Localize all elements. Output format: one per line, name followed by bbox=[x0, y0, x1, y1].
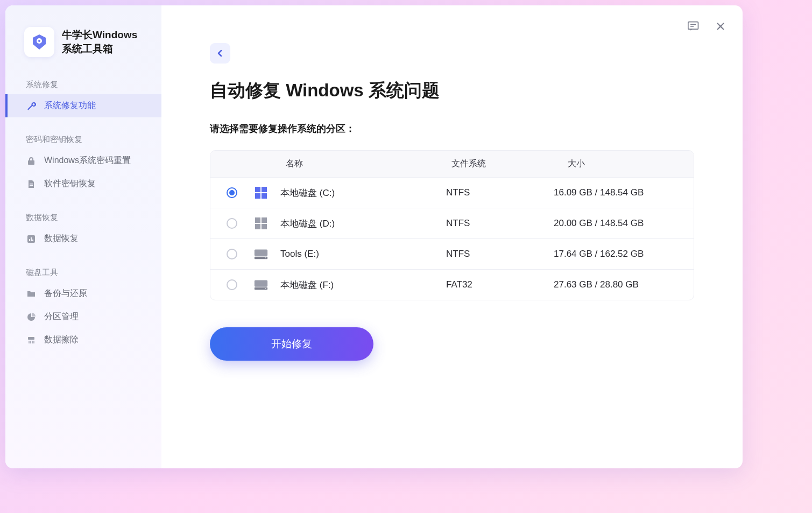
sidebar-item-datarec[interactable]: 数据恢复 bbox=[5, 227, 161, 250]
partition-name: 本地磁盘 (F:) bbox=[280, 279, 446, 291]
sidebar-item-sysrepair[interactable]: 系统修复功能 bbox=[5, 94, 161, 117]
nav-section-label: 系统修复 bbox=[5, 73, 161, 94]
sidebar-item-label: 备份与还原 bbox=[44, 288, 87, 299]
sidebar-item-label: 软件密钥恢复 bbox=[44, 178, 96, 189]
partition-name: 本地磁盘 (C:) bbox=[280, 187, 446, 199]
table-row[interactable]: 本地磁盘 (D:)NTFS20.00 GB / 148.54 GB bbox=[210, 208, 694, 238]
svg-point-32 bbox=[265, 288, 266, 289]
partition-radio[interactable] bbox=[227, 218, 237, 229]
shred-icon bbox=[26, 335, 37, 346]
svg-rect-25 bbox=[255, 224, 260, 229]
partition-name: 本地磁盘 (D:) bbox=[280, 217, 446, 230]
partition-radio[interactable] bbox=[227, 279, 237, 290]
svg-rect-30 bbox=[255, 280, 267, 287]
file-icon bbox=[26, 179, 37, 189]
th-fs: 文件系统 bbox=[446, 158, 554, 170]
svg-rect-26 bbox=[262, 224, 267, 229]
partition-size: 20.00 GB / 148.54 GB bbox=[554, 218, 677, 229]
chart-icon bbox=[26, 234, 37, 244]
partition-name: Tools (E:) bbox=[280, 249, 446, 259]
nav-section-label: 数据恢复 bbox=[5, 206, 161, 227]
svg-rect-22 bbox=[262, 193, 267, 199]
svg-rect-6 bbox=[29, 239, 30, 241]
sidebar-item-backup[interactable]: 备份与还原 bbox=[5, 282, 161, 305]
page-title: 自动修复 Windows 系统问题 bbox=[210, 79, 694, 103]
lock-icon bbox=[26, 156, 37, 166]
partition-size: 16.09 GB / 148.54 GB bbox=[554, 187, 677, 198]
svg-rect-20 bbox=[262, 187, 267, 192]
partition-fs: NTFS bbox=[446, 187, 554, 198]
feedback-icon[interactable] bbox=[688, 20, 700, 32]
svg-rect-4 bbox=[30, 185, 33, 186]
partition-fs: NTFS bbox=[446, 249, 554, 259]
main-content: 自动修复 Windows 系统问题 请选择需要修复操作系统的分区： 名称 文件系… bbox=[161, 5, 743, 468]
app-logo-icon bbox=[24, 27, 54, 57]
svg-point-1 bbox=[38, 40, 40, 42]
svg-rect-9 bbox=[28, 337, 34, 340]
partition-size: 17.64 GB / 162.52 GB bbox=[554, 249, 677, 259]
page-subtitle: 请选择需要修复操作系统的分区： bbox=[210, 122, 694, 135]
sidebar-item-label: 数据恢复 bbox=[44, 233, 79, 244]
nav-section-label: 密码和密钥恢复 bbox=[5, 128, 161, 149]
pie-icon bbox=[26, 312, 37, 322]
table-row[interactable]: 本地磁盘 (C:)NTFS16.09 GB / 148.54 GB bbox=[210, 177, 694, 208]
nav-section-label: 磁盘工具 bbox=[5, 261, 161, 282]
svg-rect-19 bbox=[255, 187, 260, 192]
back-button[interactable] bbox=[210, 43, 230, 64]
windows-disk-icon bbox=[253, 185, 269, 200]
table-row[interactable]: Tools (E:)NTFS17.64 GB / 162.52 GB bbox=[210, 238, 694, 269]
svg-rect-21 bbox=[255, 193, 260, 199]
app-window: 牛学长Windows系统工具箱 系统修复系统修复功能密码和密钥恢复Windows… bbox=[5, 5, 743, 468]
start-repair-label: 开始修复 bbox=[271, 337, 312, 351]
svg-rect-2 bbox=[28, 160, 34, 165]
svg-rect-8 bbox=[32, 240, 33, 241]
sidebar-item-label: Windows系统密码重置 bbox=[44, 155, 131, 166]
partition-size: 27.63 GB / 28.80 GB bbox=[554, 279, 677, 290]
sidebar-item-label: 分区管理 bbox=[44, 311, 79, 322]
th-size: 大小 bbox=[554, 158, 677, 170]
partition-radio[interactable] bbox=[227, 249, 237, 259]
sidebar-item-label: 数据擦除 bbox=[44, 334, 79, 346]
svg-rect-14 bbox=[688, 22, 698, 30]
svg-rect-27 bbox=[255, 250, 267, 256]
svg-rect-7 bbox=[31, 237, 32, 241]
wrench-icon bbox=[26, 101, 37, 111]
table-header: 名称 文件系统 大小 bbox=[210, 151, 694, 177]
hard-drive-icon bbox=[253, 277, 269, 292]
partition-fs: FAT32 bbox=[446, 279, 554, 290]
sidebar: 牛学长Windows系统工具箱 系统修复系统修复功能密码和密钥恢复Windows… bbox=[5, 5, 161, 468]
sidebar-item-partition[interactable]: 分区管理 bbox=[5, 305, 161, 328]
svg-rect-23 bbox=[255, 217, 260, 223]
close-icon[interactable] bbox=[715, 20, 726, 32]
sidebar-item-softkey[interactable]: 软件密钥恢复 bbox=[5, 172, 161, 195]
th-name: 名称 bbox=[253, 158, 446, 170]
svg-rect-3 bbox=[30, 184, 33, 185]
sidebar-item-wipe[interactable]: 数据擦除 bbox=[5, 328, 161, 352]
app-title: 牛学长Windows系统工具箱 bbox=[62, 28, 145, 55]
svg-point-29 bbox=[265, 257, 266, 258]
svg-rect-24 bbox=[262, 217, 267, 223]
partition-fs: NTFS bbox=[446, 218, 554, 229]
start-repair-button[interactable]: 开始修复 bbox=[210, 327, 373, 361]
titlebar-controls bbox=[688, 20, 726, 32]
partition-table: 名称 文件系统 大小 本地磁盘 (C:)NTFS16.09 GB / 148.5… bbox=[210, 150, 694, 300]
windows-disk-icon bbox=[253, 216, 269, 231]
partition-radio[interactable] bbox=[227, 187, 237, 198]
folder-icon bbox=[26, 289, 37, 299]
sidebar-item-label: 系统修复功能 bbox=[44, 100, 96, 111]
app-brand: 牛学长Windows系统工具箱 bbox=[5, 27, 161, 73]
sidebar-item-winpwd[interactable]: Windows系统密码重置 bbox=[5, 149, 161, 172]
table-row[interactable]: 本地磁盘 (F:)FAT3227.63 GB / 28.80 GB bbox=[210, 269, 694, 300]
hard-drive-icon bbox=[253, 247, 269, 262]
